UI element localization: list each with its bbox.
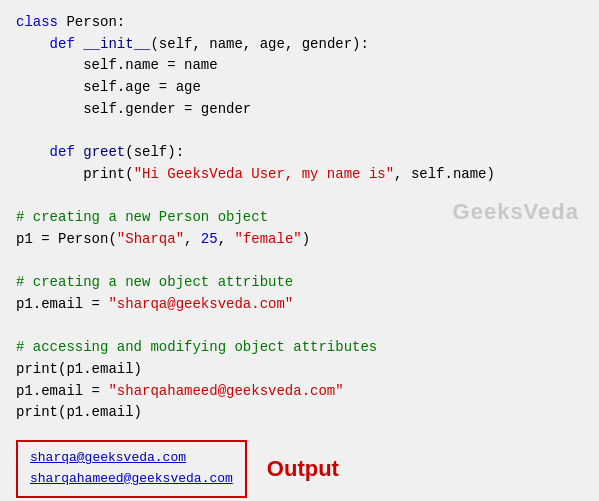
code-line-1: class Person: <box>16 12 583 34</box>
code-line-19: print(p1.email) <box>16 402 583 424</box>
code-line-15 <box>16 316 583 338</box>
output-section: sharqa@geeksveda.com sharqahameed@geeksv… <box>0 430 599 501</box>
code-line-16: # accessing and modifying object attribu… <box>16 337 583 359</box>
code-line-14: p1.email = "sharqa@geeksveda.com" <box>16 294 583 316</box>
output-line-1[interactable]: sharqa@geeksveda.com <box>30 448 233 469</box>
code-line-4: self.age = age <box>16 77 583 99</box>
code-line-3: self.name = name <box>16 55 583 77</box>
watermark: GeeksVeda <box>453 195 579 229</box>
code-line-18: p1.email = "sharqahameed@geeksveda.com" <box>16 381 583 403</box>
output-box: sharqa@geeksveda.com sharqahameed@geeksv… <box>16 440 247 498</box>
code-line-8: print("Hi GeeksVeda User, my name is", s… <box>16 164 583 186</box>
code-line-13: # creating a new object attribute <box>16 272 583 294</box>
code-line-6 <box>16 120 583 142</box>
code-line-7: def greet(self): <box>16 142 583 164</box>
output-line-2[interactable]: sharqahameed@geeksveda.com <box>30 469 233 490</box>
code-line-11: p1 = Person("Sharqa", 25, "female") <box>16 229 583 251</box>
code-line-17: print(p1.email) <box>16 359 583 381</box>
code-line-2: def __init__(self, name, age, gender): <box>16 34 583 56</box>
code-line-12 <box>16 251 583 273</box>
code-line-5: self.gender = gender <box>16 99 583 121</box>
output-label: Output <box>267 456 339 482</box>
code-container: class Person: def __init__(self, name, a… <box>0 0 599 430</box>
